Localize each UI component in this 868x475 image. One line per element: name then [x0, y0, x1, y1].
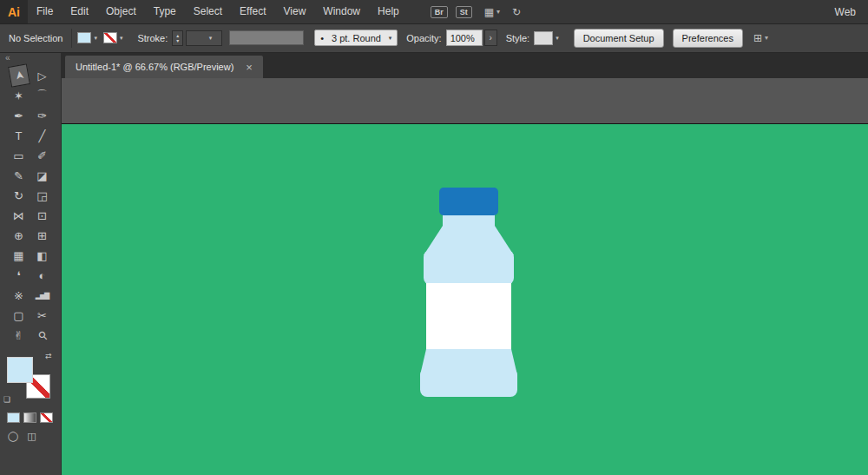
menu-window[interactable]: Window — [314, 0, 369, 23]
hand-tool[interactable]: ✌ — [9, 326, 30, 345]
column-graph-tool[interactable]: ▂▅▇ — [32, 286, 53, 305]
preferences-button[interactable]: Preferences — [673, 29, 743, 48]
gradient-button[interactable] — [23, 412, 36, 423]
chevron-down-icon[interactable]: ▾ — [556, 35, 559, 42]
curvature-tool[interactable]: ✑ — [32, 106, 53, 125]
menu-view[interactable]: View — [275, 0, 315, 23]
eraser-tool[interactable]: ◪ — [32, 166, 53, 185]
brush-value: 3 pt. Round — [332, 33, 381, 43]
perspective-grid-tool[interactable]: ⊞ — [32, 226, 53, 245]
fill-stroke-indicator: ⇄ ❏ — [0, 352, 61, 409]
bottle-band[interactable] — [424, 250, 514, 285]
menu-help[interactable]: Help — [369, 0, 408, 23]
screen-mode-icon[interactable]: ◫ — [27, 431, 36, 442]
workspace-switcher[interactable]: Web — [835, 6, 856, 18]
width-tool[interactable]: ⋈ — [9, 206, 30, 225]
chevron-down-icon[interactable]: ▾ — [94, 35, 97, 42]
rotate-tool[interactable]: ↻ — [9, 186, 30, 205]
draw-normal-mode-icon[interactable]: ◯ — [8, 431, 18, 442]
fill-color-swatch[interactable] — [77, 32, 91, 43]
type-tool[interactable]: T — [9, 126, 30, 145]
stroke-color-swatch[interactable] — [103, 32, 117, 43]
direct-selection-tool[interactable]: ▷ — [32, 66, 53, 85]
opacity-label[interactable]: Opacity: — [406, 33, 441, 43]
brush-definition-select[interactable]: • 3 pt. Round ▾ — [314, 30, 398, 46]
line-segment-tool[interactable]: ╱ — [32, 126, 53, 145]
zoom-tool[interactable]: ⚲ — [28, 321, 56, 350]
menu-effect[interactable]: Effect — [231, 0, 274, 23]
color-mode-row — [0, 412, 61, 423]
mesh-tool[interactable]: ▦ — [9, 246, 30, 265]
magic-wand-tool[interactable]: ✶ — [9, 86, 30, 105]
selection-tool[interactable]: ➤ — [8, 63, 30, 87]
scale-tool[interactable]: ◲ — [32, 186, 53, 205]
swap-fill-stroke-icon[interactable]: ⇄ — [45, 352, 52, 360]
brush-bullet: • — [320, 33, 324, 43]
menu-type[interactable]: Type — [145, 0, 185, 23]
pen-tool[interactable]: ✒ — [9, 106, 30, 125]
align-icon[interactable]: ⊞ — [753, 32, 762, 44]
shape-builder-tool[interactable]: ⊕ — [9, 226, 30, 245]
symbol-sprayer-tool[interactable]: ※ — [9, 286, 30, 305]
document-setup-button[interactable]: Document Setup — [574, 29, 664, 48]
close-icon[interactable]: × — [246, 62, 253, 73]
collapse-panel-icon[interactable]: « — [0, 52, 61, 64]
artboard-tool[interactable]: ▢ — [9, 306, 30, 325]
drawing-modes-row: ◯ ◫ — [0, 431, 61, 442]
chevron-down-icon: ▾ — [389, 35, 392, 42]
align-options[interactable]: ⊞ ▾ — [753, 32, 768, 44]
width-profile-select[interactable] — [229, 30, 304, 45]
bottle-artwork[interactable] — [420, 188, 517, 397]
graphic-style-swatch[interactable] — [534, 31, 553, 45]
control-bar: No Selection ▾ ▾ Stroke: ▴ ▾ ▾ • 3 pt. R… — [0, 23, 868, 53]
menu-file[interactable]: File — [28, 0, 62, 23]
divider — [71, 29, 72, 48]
tools-panel: « ➤ ▷ ✶ ⌒ ✒ ✑ T ╱ ▭ ✐ ✎ ◪ ↻ ◲ ⋈ ⊡ ⊕ ⊞ ▦ … — [0, 52, 62, 475]
color-button[interactable] — [7, 412, 20, 423]
document-tab[interactable]: Untitled-1* @ 66.67% (RGB/Preview) × — [65, 56, 263, 78]
bottle-cap[interactable] — [439, 188, 498, 215]
stroke-weight-stepper[interactable]: ▴ ▾ — [172, 30, 183, 46]
stroke-label[interactable]: Stroke: — [137, 33, 168, 43]
document-tab-strip: Untitled-1* @ 66.67% (RGB/Preview) × — [61, 52, 868, 78]
paintbrush-tool[interactable]: ✐ — [32, 146, 53, 165]
tools-grid: ➤ ▷ ✶ ⌒ ✒ ✑ T ╱ ▭ ✐ ✎ ◪ ↻ ◲ ⋈ ⊡ ⊕ ⊞ ▦ ◧ … — [0, 64, 61, 345]
menu-object[interactable]: Object — [97, 0, 145, 23]
bridge-button[interactable]: Br — [431, 6, 448, 18]
free-transform-tool[interactable]: ⊡ — [32, 206, 53, 225]
hand-swirl-icon[interactable]: ↻ — [512, 6, 521, 18]
chevron-down-icon[interactable]: ▾ — [765, 34, 768, 42]
app-logo: Ai — [0, 0, 28, 23]
canvas-pasteboard[interactable] — [61, 78, 868, 475]
stepper-down-icon[interactable]: ▾ — [176, 38, 179, 43]
default-fill-stroke-icon[interactable]: ❏ — [3, 395, 10, 404]
chevron-down-icon: ▾ — [209, 35, 213, 42]
selection-status: No Selection — [0, 33, 71, 43]
style-label[interactable]: Style: — [506, 33, 530, 43]
menu-bar: Ai File Edit Object Type Select Effect V… — [0, 0, 868, 24]
opacity-options-button[interactable]: › — [484, 30, 497, 46]
lasso-tool[interactable]: ⌒ — [32, 86, 53, 105]
none-button[interactable] — [40, 412, 53, 423]
bottle-body[interactable] — [426, 283, 511, 351]
tab-title: Untitled-1* @ 66.67% (RGB/Preview) — [76, 62, 233, 72]
menu-edit[interactable]: Edit — [62, 0, 97, 23]
rectangle-tool[interactable]: ▭ — [9, 146, 30, 165]
menu-select[interactable]: Select — [185, 0, 231, 23]
bottle-base[interactable] — [420, 368, 517, 397]
chevron-down-icon[interactable]: ▾ — [120, 35, 123, 42]
eyedropper-tool[interactable]: ❛ — [9, 266, 30, 285]
blend-tool[interactable]: ◐ — [32, 266, 53, 285]
arrange-documents-icon[interactable]: ▦ — [484, 6, 494, 18]
opacity-input[interactable] — [446, 30, 483, 46]
chevron-down-icon[interactable]: ▾ — [496, 8, 500, 16]
gradient-tool[interactable]: ◧ — [32, 246, 53, 265]
stock-button[interactable]: St — [456, 6, 472, 18]
pencil-tool[interactable]: ✎ — [9, 166, 30, 185]
stroke-weight-select[interactable]: ▾ — [186, 30, 222, 46]
fill-proxy-swatch[interactable] — [7, 357, 33, 383]
